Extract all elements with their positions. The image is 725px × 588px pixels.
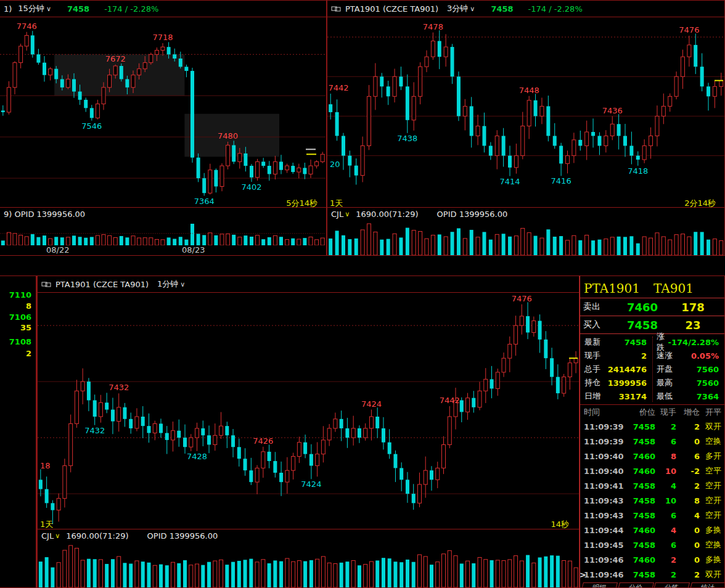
svg-text:7438: 7438 bbox=[397, 134, 417, 143]
range-label[interactable]: 1天 bbox=[330, 198, 343, 209]
symbol-title: PTA1901 (CZCE TA901) bbox=[345, 4, 438, 14]
tick-row: 11:09:40746086多开 bbox=[580, 449, 724, 463]
svg-text:7442: 7442 bbox=[328, 83, 348, 92]
stat-持仓: 持仓1399956 bbox=[580, 376, 652, 390]
date-label: 08/23 bbox=[182, 245, 205, 255]
clipped-title-fragment: 1) bbox=[4, 4, 12, 14]
tick-row: 11:09:43745864空开 bbox=[580, 508, 724, 523]
bid-size: 23 bbox=[670, 319, 716, 332]
period-selector-15min[interactable]: 15分钟∨ bbox=[18, 3, 51, 14]
tick-row: 11:09:39745860空换 bbox=[580, 434, 724, 449]
ladder-value: 7108 bbox=[9, 337, 31, 346]
quote-stats-grid: 最新7458现手2总手2414476持仓1399956日增33174涨跌-174… bbox=[580, 334, 724, 405]
chart-panel-1min: PTA1901 (CZCE TA901) 1分钟∨ 74327426742474… bbox=[37, 276, 580, 588]
chevron-down-icon: ∨ bbox=[46, 5, 51, 13]
stat-日增: 日增33174 bbox=[580, 390, 652, 403]
svg-text:7746: 7746 bbox=[17, 22, 37, 31]
chevron-down-icon: ∨ bbox=[180, 280, 185, 288]
ladder-value: 2 bbox=[26, 349, 31, 358]
chevron-down-icon: ∨ bbox=[55, 532, 60, 540]
bid-price[interactable]: 7458 bbox=[615, 319, 670, 332]
tab-统计[interactable]: 统计 bbox=[689, 582, 725, 588]
chart-header-15min: 1) 15分钟∨ 7458 -174 / -2.28% bbox=[0, 1, 326, 17]
opid-value: OPID 1399956.00 bbox=[147, 531, 218, 541]
clipped-scale-label: 18 bbox=[40, 461, 51, 470]
tick-col-header: 增仓 bbox=[676, 407, 700, 418]
cjl-value: 1690.00(71:29) bbox=[356, 210, 418, 219]
cjl-selector[interactable]: CJL bbox=[331, 210, 343, 219]
stat-最高: 最高7560 bbox=[652, 376, 724, 390]
svg-text:7480: 7480 bbox=[218, 131, 238, 141]
stat-最低: 最低7364 bbox=[652, 390, 724, 403]
quote-panel: PTA1901 TA901 卖出 7460 178 买入 7458 23 最新7… bbox=[580, 276, 725, 588]
chevron-down-icon: ∨ bbox=[470, 5, 475, 13]
stat-总手: 总手2414476 bbox=[580, 362, 652, 376]
cjl-value: 1690.00(71:29) bbox=[66, 531, 128, 541]
svg-text:7672: 7672 bbox=[105, 54, 126, 63]
tab-分价[interactable]: 分价 bbox=[617, 582, 653, 588]
svg-text:7476: 7476 bbox=[679, 25, 699, 35]
tick-row: 11:09:46746020多换 bbox=[580, 552, 724, 567]
quote-tab-strip: 明细分价分笔统计 bbox=[580, 582, 724, 588]
date-axis: 08/22 08/23 bbox=[0, 245, 326, 255]
trading-terminal-window: 培训课板块账户资讯个性化系统工具帮助 1) 15分钟∨ 7458 -174 / … bbox=[0, 0, 725, 588]
tab-明细[interactable]: 明细 bbox=[581, 582, 617, 588]
ladder-value: 8 bbox=[26, 301, 31, 311]
contract-code: TA901 bbox=[653, 281, 694, 296]
volume-chart-15min[interactable] bbox=[0, 221, 326, 245]
stat-速涨: 速涨0.05% bbox=[652, 349, 724, 362]
tick-col-header: 价位 bbox=[627, 407, 655, 418]
tick-row: >11:09:46745822双开 bbox=[580, 567, 724, 582]
ladder-value: 35 bbox=[20, 323, 31, 332]
tab-分笔[interactable]: 分笔 bbox=[653, 582, 689, 588]
ask-price[interactable]: 7460 bbox=[615, 301, 670, 314]
svg-text:7416: 7416 bbox=[551, 176, 571, 186]
chevron-down-icon: ∨ bbox=[345, 210, 350, 218]
candlestick-chart-15min[interactable]: 7746767277187546748074027364 bbox=[0, 17, 326, 207]
bar-countdown: 14秒 bbox=[551, 519, 569, 530]
svg-text:7442: 7442 bbox=[440, 396, 460, 405]
tick-col-header: 时间 bbox=[580, 407, 627, 418]
period-selector-1min[interactable]: 1分钟∨ bbox=[157, 279, 185, 290]
stat-涨跌: 涨跌-174/2.28% bbox=[652, 335, 724, 349]
symbol-title: PTA1901 (CZCE TA901) bbox=[55, 280, 149, 289]
tick-col-header: 现手 bbox=[655, 407, 676, 418]
clipped-cjl-fragment: 9) OPID 1399956.00 bbox=[4, 210, 85, 219]
last-price: 7458 bbox=[491, 4, 513, 14]
clipped-quote-ladder: 7110871063571082 bbox=[0, 276, 37, 588]
volume-chart-1min[interactable] bbox=[38, 542, 579, 587]
price-change: -174 / -2.28% bbox=[528, 4, 583, 14]
volume-header-1min: CJL ∨ 1690.00(71:29) OPID 1399956.00 bbox=[38, 529, 579, 542]
chart-header-1min: PTA1901 (CZCE TA901) 1分钟∨ bbox=[38, 276, 579, 293]
svg-text:7718: 7718 bbox=[152, 33, 173, 42]
candlestick-chart-1min[interactable]: 74327426742474427476743274287424 bbox=[38, 293, 579, 529]
ask-size: 178 bbox=[670, 301, 716, 314]
tick-col-header: 开平 bbox=[700, 407, 724, 418]
range-label[interactable]: 1天 bbox=[40, 519, 53, 530]
svg-text:7448: 7448 bbox=[519, 86, 539, 95]
volume-header-15min: 9) OPID 1399956.00 bbox=[0, 207, 326, 221]
quote-title: PTA1901 TA901 bbox=[580, 276, 724, 298]
volume-header-3min: CJL ∨ 1690.00(71:29) OPID 1399956.00 bbox=[327, 207, 724, 221]
svg-text:7478: 7478 bbox=[423, 22, 443, 31]
ladder-value: 7110 bbox=[9, 290, 31, 300]
ladder-value: 7106 bbox=[9, 312, 31, 322]
link-icon bbox=[41, 282, 51, 287]
ask-row: 卖出 7460 178 bbox=[580, 298, 724, 316]
stat-最新: 最新7458 bbox=[580, 335, 652, 349]
svg-text:7402: 7402 bbox=[241, 182, 261, 192]
tick-table-header: 时间价位现手增仓开平 bbox=[580, 405, 724, 419]
opid-value: OPID 1399956.00 bbox=[437, 210, 508, 219]
svg-text:7424: 7424 bbox=[301, 480, 321, 489]
volume-chart-3min[interactable] bbox=[327, 221, 724, 255]
svg-text:7426: 7426 bbox=[253, 436, 273, 446]
candlestick-chart-3min[interactable]: 744274787448743674767438741474167418 bbox=[327, 17, 724, 207]
svg-text:7424: 7424 bbox=[361, 399, 382, 409]
tick-row: 11:09:437458108空开 bbox=[580, 493, 724, 508]
svg-text:7414: 7414 bbox=[499, 177, 520, 186]
period-selector-3min[interactable]: 3分钟∨ bbox=[447, 3, 475, 14]
svg-text:7546: 7546 bbox=[81, 121, 102, 131]
clipped-scale-label: 20 bbox=[330, 160, 340, 169]
contract-name: PTA1901 bbox=[584, 281, 640, 296]
cjl-selector[interactable]: CJL bbox=[41, 531, 54, 541]
